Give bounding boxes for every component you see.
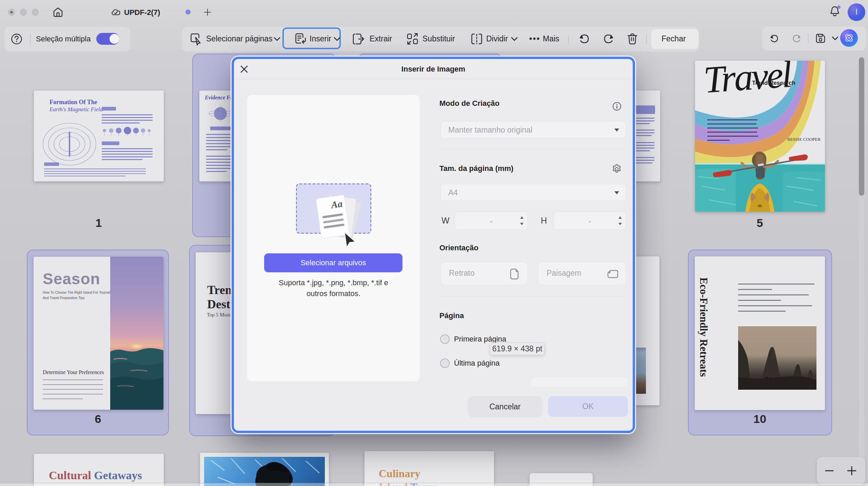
- svg-text:Aa: Aa: [330, 198, 343, 211]
